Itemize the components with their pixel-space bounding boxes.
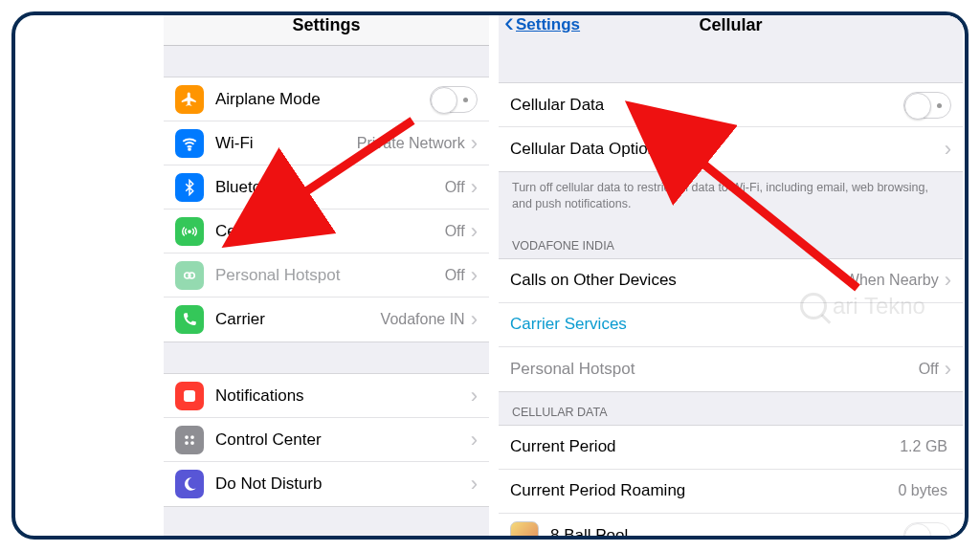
row-cellular-data-options[interactable]: Cellular Data Options ›: [499, 127, 963, 171]
roaming-label: Current Period Roaming: [510, 481, 898, 500]
wifi-value: Private Network: [357, 135, 465, 152]
wifi-label: Wi-Fi: [215, 134, 357, 153]
airplane-label: Airplane Mode: [215, 90, 430, 109]
row-do-not-disturb[interactable]: Do Not Disturb ›: [164, 462, 489, 506]
row-control-center[interactable]: Control Center ›: [164, 418, 489, 462]
notifications-label: Notifications: [215, 386, 469, 406]
row-cellular[interactable]: Cellular Off ›: [164, 209, 489, 253]
chevron-right-icon: ›: [471, 384, 478, 408]
current-period-value: 1.2 GB: [900, 438, 947, 455]
app-toggle[interactable]: [903, 522, 951, 540]
roaming-value: 0 bytes: [898, 482, 947, 499]
cellular-icon: [175, 217, 204, 246]
settings-header: Settings: [164, 11, 489, 46]
carrier-section-header: VODAFONE INDIA: [499, 226, 963, 258]
row-cellular-data[interactable]: Cellular Data: [499, 83, 963, 127]
cellular-note: Turn off cellular data to restrict all d…: [499, 172, 963, 226]
row-bluetooth[interactable]: Bluetooth Off ›: [164, 165, 489, 209]
dnd-label: Do Not Disturb: [215, 474, 469, 494]
control-center-icon: [175, 426, 204, 454]
cellular-usage-group: Current Period 1.2 GB Current Period Roa…: [499, 425, 963, 540]
chevron-right-icon: ›: [945, 137, 951, 162]
chevron-left-icon: [504, 13, 514, 36]
app-label: 8 Ball Pool: [550, 526, 903, 540]
svg-point-5: [185, 435, 189, 439]
settings-group-system: Notifications › Control Center › Do Not …: [164, 373, 489, 507]
chevron-right-icon: ›: [471, 263, 478, 288]
svg-point-7: [185, 441, 189, 445]
row-carrier[interactable]: Carrier Vodafone IN ›: [164, 298, 489, 342]
cellular-header: Settings Cellular: [499, 11, 963, 46]
hotspot2-label: Personal Hotspot: [510, 360, 919, 379]
row-general[interactable]: General ›: [164, 539, 489, 540]
row-notifications[interactable]: Notifications ›: [164, 374, 489, 418]
chevron-right-icon: ›: [471, 472, 478, 496]
airplane-icon: [175, 85, 204, 114]
bluetooth-value: Off: [445, 179, 465, 196]
chevron-right-icon: ›: [945, 268, 951, 293]
carrier-value: Vodafone IN: [381, 311, 465, 328]
carrier-group: Calls on Other Devices When Nearby › Car…: [499, 258, 963, 392]
control-center-label: Control Center: [215, 430, 469, 450]
back-button[interactable]: Settings: [504, 13, 580, 36]
row-airplane-mode[interactable]: Airplane Mode: [164, 77, 489, 121]
back-label: Settings: [516, 15, 580, 34]
hotspot2-value: Off: [919, 361, 939, 378]
airplane-toggle[interactable]: [430, 86, 478, 113]
hotspot-value: Off: [445, 267, 465, 284]
settings-panel: Settings Airplane Mode Wi-Fi Private Net…: [164, 11, 489, 540]
svg-rect-4: [184, 390, 195, 402]
frame: Settings Airplane Mode Wi-Fi Private Net…: [11, 11, 969, 540]
row-current-period: Current Period 1.2 GB: [499, 426, 963, 470]
calls-label: Calls on Other Devices: [510, 271, 845, 290]
cellular-data-label: Cellular Data: [510, 96, 903, 115]
cellular-data-group: Cellular Data Cellular Data Options ›: [499, 82, 963, 172]
svg-point-0: [189, 148, 190, 150]
cellular-data-toggle[interactable]: [903, 92, 951, 119]
current-period-label: Current Period: [510, 437, 900, 456]
svg-point-1: [189, 230, 190, 231]
wifi-icon: [175, 129, 204, 158]
row-wifi[interactable]: Wi-Fi Private Network ›: [164, 121, 489, 165]
calls-value: When Nearby: [845, 272, 939, 289]
carrier-services-label: Carrier Services: [510, 315, 951, 334]
app-icon: [510, 521, 539, 540]
settings-group-general: General ›: [164, 538, 489, 540]
chevron-right-icon: ›: [471, 307, 478, 332]
row-app-8ball[interactable]: 8 Ball Pool: [499, 514, 963, 540]
cellular-data-section-header: CELLULAR DATA: [499, 392, 963, 425]
cellular-data-options-label: Cellular Data Options: [510, 140, 943, 159]
chevron-right-icon: ›: [471, 219, 478, 244]
cellular-value: Off: [445, 223, 465, 240]
notifications-icon: [175, 382, 204, 410]
bluetooth-label: Bluetooth: [215, 178, 445, 197]
svg-point-6: [190, 435, 194, 439]
carrier-label: Carrier: [215, 310, 381, 329]
phone-icon: [175, 305, 204, 334]
row-current-period-roaming: Current Period Roaming 0 bytes: [499, 470, 963, 514]
row-calls-other-devices[interactable]: Calls on Other Devices When Nearby ›: [499, 259, 963, 303]
cellular-title: Cellular: [699, 15, 762, 34]
svg-point-8: [190, 441, 194, 445]
settings-group-connectivity: Airplane Mode Wi-Fi Private Network › Bl…: [164, 77, 489, 342]
moon-icon: [175, 470, 204, 498]
settings-title: Settings: [292, 15, 360, 34]
hotspot-label: Personal Hotspot: [215, 266, 445, 285]
row-personal-hotspot[interactable]: Personal Hotspot Off ›: [164, 253, 489, 298]
chevron-right-icon: ›: [945, 357, 951, 382]
row-personal-hotspot-2[interactable]: Personal Hotspot Off ›: [499, 347, 963, 391]
bluetooth-icon: [175, 173, 204, 202]
chevron-right-icon: ›: [471, 175, 478, 200]
row-carrier-services[interactable]: Carrier Services: [499, 303, 963, 347]
hotspot-icon: [175, 261, 204, 290]
cellular-panel: Settings Cellular Cellular Data Cellular…: [499, 11, 963, 540]
cellular-label: Cellular: [215, 222, 445, 241]
chevron-right-icon: ›: [471, 131, 478, 156]
chevron-right-icon: ›: [471, 428, 478, 452]
